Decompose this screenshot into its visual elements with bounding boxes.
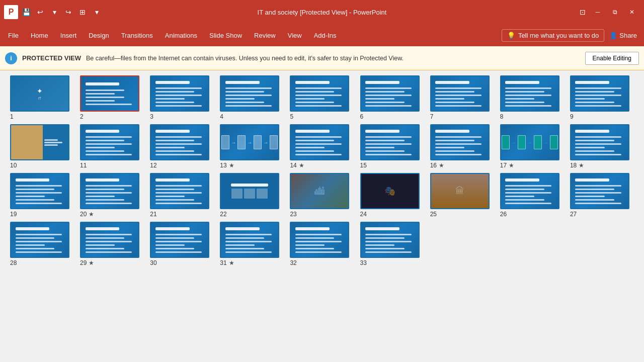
slide-item-27[interactable]: 27 — [570, 173, 634, 218]
slide-thumbnail[interactable] — [80, 222, 139, 258]
menu-addins[interactable]: Add-Ins — [308, 27, 343, 44]
undo-dropdown[interactable]: ▾ — [48, 6, 60, 18]
close-button[interactable]: ✕ — [624, 5, 640, 19]
slide-thumbnail[interactable] — [430, 75, 490, 112]
slide-item-3[interactable]: 3 — [150, 75, 214, 120]
slide-thumbnail[interactable] — [80, 75, 139, 112]
slide-item-7[interactable]: 7 — [430, 75, 494, 120]
slide-item-9[interactable]: 9 — [570, 75, 634, 120]
slide-meta: 3 — [150, 113, 209, 120]
slide-item-4[interactable]: 4 — [220, 75, 284, 120]
slide-thumbnail[interactable] — [80, 173, 139, 209]
slide-star: ★ — [229, 259, 234, 266]
slide-item-11[interactable]: 11 — [80, 124, 144, 169]
redo-button[interactable]: ↪ — [62, 6, 74, 18]
slide-item-13[interactable]: → → → 13 ★ — [220, 124, 284, 169]
menu-insert[interactable]: Insert — [54, 27, 83, 44]
slide-item-8[interactable]: 8 — [500, 75, 564, 120]
customize-dropdown[interactable]: ▾ — [91, 6, 103, 18]
slide-item-30[interactable]: 30 — [150, 222, 214, 266]
slide-item-20[interactable]: 20 ★ — [80, 173, 144, 218]
slide-item-31[interactable]: 31 ★ — [220, 222, 284, 266]
slide-item-25[interactable]: 🏛 25 — [430, 173, 494, 218]
slide-thumbnail[interactable] — [500, 173, 559, 209]
slide-item-5[interactable]: 5 — [290, 75, 354, 120]
lightbulb-icon: 💡 — [507, 32, 515, 39]
slide-item-14[interactable]: 14 ★ — [290, 124, 354, 169]
slide-number: 7 — [430, 113, 434, 120]
menu-view[interactable]: View — [282, 27, 308, 44]
slide-thumbnail[interactable] — [290, 124, 349, 160]
slide-number: 22 — [220, 211, 226, 218]
slide-thumbnail[interactable] — [500, 75, 559, 112]
slide-thumbnail[interactable] — [150, 124, 209, 160]
slide-thumbnail[interactable] — [150, 222, 209, 258]
slide-item-16[interactable]: 16 ★ — [430, 124, 494, 169]
undo-button[interactable]: ↩ — [34, 6, 46, 18]
slide-item-24[interactable]: 🎭 24 — [360, 173, 424, 218]
menu-file[interactable]: File — [2, 27, 25, 44]
slide-item-18[interactable]: 18 ★ — [570, 124, 634, 169]
slide-item-10[interactable]: 10 — [10, 124, 74, 169]
customize-button[interactable]: ⊞ — [76, 6, 89, 18]
enable-editing-button[interactable]: Enable Editing — [585, 52, 639, 65]
slide-star: ★ — [89, 211, 94, 218]
slide-item-12[interactable]: 12 — [150, 124, 214, 169]
slide-thumbnail[interactable] — [430, 124, 490, 160]
slide-meta: 27 — [570, 211, 629, 218]
menu-animations[interactable]: Animations — [159, 27, 203, 44]
slide-thumbnail[interactable] — [10, 222, 69, 258]
slide-thumbnail[interactable] — [570, 124, 629, 160]
slide-thumbnail[interactable]: 🎭 — [360, 173, 420, 209]
slide-thumbnail[interactable] — [80, 124, 139, 160]
slide-thumbnail[interactable] — [290, 75, 349, 112]
save-button[interactable]: 💾 — [20, 6, 32, 18]
slide-meta: 16 ★ — [430, 162, 490, 169]
slide-item-32[interactable]: 32 — [290, 222, 354, 266]
slide-thumbnail[interactable] — [150, 75, 209, 112]
slide-thumbnail[interactable] — [570, 75, 629, 112]
slide-thumbnail[interactable] — [220, 75, 279, 112]
slide-item-21[interactable]: 21 — [150, 173, 214, 218]
slide-item-28[interactable]: 28 — [10, 222, 74, 266]
slide-thumbnail[interactable] — [360, 124, 420, 160]
slide-grid: ✦ IT 1 2 — [10, 75, 634, 266]
slide-item-2[interactable]: 2 — [80, 75, 144, 120]
menu-design[interactable]: Design — [83, 27, 115, 44]
slide-thumbnail[interactable] — [290, 222, 349, 258]
slide-item-33[interactable]: 33 — [360, 222, 424, 266]
slide-thumbnail[interactable] — [150, 173, 209, 209]
slide-thumbnail[interactable] — [360, 222, 420, 258]
slide-thumbnail[interactable]: → → → — [500, 124, 559, 160]
menu-slideshow[interactable]: Slide Show — [203, 27, 248, 44]
menu-review[interactable]: Review — [248, 27, 282, 44]
slide-thumbnail[interactable] — [220, 173, 279, 209]
slide-thumbnail[interactable] — [220, 222, 279, 258]
restore-button[interactable]: ⧉ — [607, 5, 623, 19]
slide-number: 12 — [150, 162, 156, 169]
slide-item-17[interactable]: → → → 17 ★ — [500, 124, 564, 169]
slide-item-26[interactable]: 26 — [500, 173, 564, 218]
share-icon: 👤 — [609, 32, 617, 39]
slide-thumbnail[interactable]: ✦ IT — [10, 75, 69, 112]
slide-thumbnail[interactable]: 🏙 — [290, 173, 349, 209]
slide-thumbnail[interactable]: 🏛 — [430, 173, 490, 209]
slide-item-22[interactable]: 22 — [220, 173, 284, 218]
help-icon[interactable]: ⊡ — [577, 6, 589, 18]
menu-transitions[interactable]: Transitions — [115, 27, 159, 44]
slide-item-19[interactable]: 19 — [10, 173, 74, 218]
minimize-button[interactable]: ─ — [590, 5, 606, 19]
menu-home[interactable]: Home — [25, 27, 54, 44]
slide-thumbnail[interactable] — [360, 75, 420, 112]
slide-thumbnail[interactable] — [10, 124, 69, 160]
slide-thumbnail[interactable] — [570, 173, 629, 209]
slide-thumbnail[interactable] — [10, 173, 69, 209]
slide-item-23[interactable]: 🏙 23 — [290, 173, 354, 218]
slide-item-15[interactable]: 15 — [360, 124, 424, 169]
slide-item-6[interactable]: 6 — [360, 75, 424, 120]
slide-item-29[interactable]: 29 ★ — [80, 222, 144, 266]
tell-me-input[interactable]: 💡 Tell me what you want to do — [502, 29, 604, 42]
slide-thumbnail[interactable]: → → → — [220, 124, 279, 160]
share-button[interactable]: 👤 Share — [604, 30, 642, 41]
slide-item-1[interactable]: ✦ IT 1 — [10, 75, 74, 120]
